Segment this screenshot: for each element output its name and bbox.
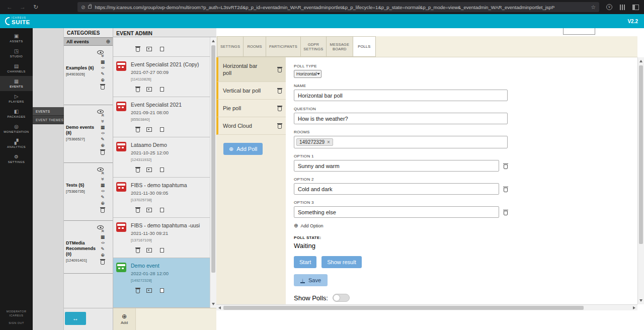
save-button[interactable]: ↓ Save <box>294 274 328 286</box>
event-list-item[interactable]: FIBS - demo tapahtuma -uusi 2021-11-30 0… <box>113 218 210 258</box>
show-polls-toggle[interactable] <box>333 294 350 302</box>
event-image-icon[interactable] <box>146 248 152 253</box>
rooms-input[interactable]: 149272329 × <box>294 136 508 148</box>
delete-event-icon[interactable] <box>136 88 140 92</box>
pocket-icon[interactable]: ∨ <box>606 4 612 10</box>
poll-question-input[interactable] <box>294 113 508 124</box>
refresh-button[interactable]: ↻ <box>31 4 40 11</box>
delete-category-icon[interactable] <box>101 208 105 213</box>
event-list-item[interactable]: Lataamo Demo 2021-10-25 12:00 [124311932… <box>113 137 210 178</box>
calendar-icon[interactable]: ▦ <box>101 59 105 64</box>
poll-item-vertical[interactable]: Vertical bar poll <box>216 82 286 100</box>
event-image-icon[interactable] <box>146 288 152 293</box>
delete-poll-icon[interactable] <box>278 124 282 129</box>
event-list-item[interactable]: Event Specialist 2021 2021-09-21 08:00 [… <box>113 97 210 137</box>
edit-icon[interactable]: ✎ <box>101 137 105 142</box>
delete-poll-icon[interactable] <box>278 89 282 94</box>
delete-category-icon[interactable] <box>101 85 105 90</box>
edit-icon[interactable]: ✎ <box>101 71 105 76</box>
event-image-icon[interactable] <box>146 47 152 51</box>
sidebar-item-studio[interactable]: ◳ STUDIO <box>0 46 33 61</box>
sidebar-item-monetization[interactable]: ◎ MONETIZATION <box>0 121 33 136</box>
category-block-demo-events[interactable]: Demo events (8) [75366527] « « ▦ <> ✎ ⊕ <box>64 105 113 163</box>
poll-item-horizontal[interactable]: Horizontal bar poll <box>216 57 286 82</box>
delete-event-icon[interactable] <box>136 168 140 173</box>
tracking-protection-icon[interactable]: ⊘ <box>81 5 85 10</box>
scrollbar-thumb[interactable] <box>639 65 643 244</box>
calendar-icon[interactable]: ▦ <box>101 234 105 239</box>
category-block-dtmedia[interactable]: DTMedia Recommends (0) [124091401] « ▦ <… <box>64 221 113 274</box>
event-image-icon[interactable] <box>146 127 152 132</box>
app-logo[interactable]: ICAREUS SUITE <box>5 17 30 25</box>
copy-event-icon[interactable] <box>160 288 164 293</box>
move-down-icon[interactable]: « <box>101 53 104 58</box>
embed-code-icon[interactable]: <> <box>101 240 104 245</box>
library-icon[interactable] <box>619 5 625 10</box>
delete-option-icon[interactable] <box>504 164 508 169</box>
move-down-icon[interactable]: « <box>101 119 104 124</box>
category-all-events[interactable]: All events ⊕ <box>64 37 113 46</box>
event-list-item-selected[interactable]: Demo event 2022-01-28 12:00 [149272328] <box>113 258 210 308</box>
delete-category-icon[interactable] <box>101 150 105 155</box>
visibility-icon[interactable] <box>97 225 104 229</box>
scroll-up-arrow[interactable] <box>212 40 215 42</box>
delete-poll-icon[interactable] <box>278 107 282 111</box>
embed-code-icon[interactable]: <> <box>101 189 104 194</box>
move-up-icon[interactable]: « <box>101 171 104 176</box>
option-2-input[interactable] <box>294 183 499 195</box>
delete-option-icon[interactable] <box>504 188 508 192</box>
delete-event-icon[interactable] <box>136 289 140 293</box>
delete-poll-icon[interactable] <box>278 68 282 72</box>
tab-gdpr-settings[interactable]: GDPR SETTINGS <box>300 36 327 57</box>
tab-polls[interactable]: POLLS <box>353 36 376 57</box>
visibility-icon[interactable] <box>97 110 104 114</box>
delete-event-icon[interactable] <box>136 128 140 132</box>
event-list-item[interactable]: FIBS - demo tapahtuma 2021-11-30 09:05 [… <box>113 178 210 218</box>
back-button[interactable]: ← <box>5 4 14 11</box>
visibility-icon[interactable] <box>97 168 104 172</box>
poll-item-pie[interactable]: Pie poll <box>216 100 286 117</box>
scroll-left-arrow[interactable] <box>218 306 221 309</box>
add-event-button[interactable]: ⊕ Add <box>113 308 136 330</box>
add-poll-button[interactable]: ⊕ Add Poll <box>223 143 263 155</box>
scrollbar-thumb[interactable] <box>223 306 584 310</box>
scroll-down-arrow[interactable] <box>639 299 642 302</box>
option-1-input[interactable] <box>294 160 499 172</box>
delete-event-icon[interactable] <box>136 47 140 52</box>
start-button[interactable]: Start <box>294 256 316 268</box>
sidebar-item-analytics[interactable]: ▞ ANALYTICS <box>0 136 33 151</box>
sidebar-item-players[interactable]: ▷ PLAYERS <box>0 91 33 106</box>
add-subcategory-icon[interactable]: ⊕ <box>101 253 105 258</box>
option-3-input[interactable] <box>294 206 499 218</box>
sidebar-item-assets[interactable]: ▣ ASSETS <box>0 31 33 46</box>
embed-code-icon[interactable]: <> <box>101 131 104 136</box>
sign-out-link[interactable]: SIGN OUT <box>0 321 33 325</box>
category-block-examples[interactable]: Examples (6) [64903026] « ▦ <> ✎ ⊕ <box>64 46 113 105</box>
tab-settings[interactable]: SETTINGS <box>217 36 244 57</box>
tab-message-board[interactable]: MESSAGE BOARD <box>326 36 353 57</box>
expand-panel-button[interactable]: ↔ <box>65 312 86 325</box>
category-block-tests[interactable]: Tests (5) [75366735] « « ▦ <> ✎ ⊕ <box>64 163 113 221</box>
partially-scrolled-input[interactable] <box>563 28 595 35</box>
sidebar-item-packages[interactable]: ◧ PACKAGES <box>0 106 33 121</box>
event-image-icon[interactable] <box>146 168 152 172</box>
copy-event-icon[interactable] <box>160 127 164 132</box>
add-category-icon[interactable]: ⊕ <box>106 39 110 44</box>
event-list-scrollbar[interactable] <box>210 37 216 308</box>
tab-rooms[interactable]: ROOMS <box>243 36 266 57</box>
horizontal-scrollbar[interactable] <box>216 304 637 310</box>
calendar-icon[interactable]: ▦ <box>101 183 105 188</box>
move-down-icon[interactable]: « <box>101 177 104 182</box>
move-up-icon[interactable]: « <box>101 228 104 233</box>
scroll-right-arrow[interactable] <box>633 306 635 309</box>
edit-icon[interactable]: ✎ <box>101 195 105 200</box>
add-option-button[interactable]: ⊕ Add Option <box>294 223 637 228</box>
delete-event-icon[interactable] <box>136 208 140 213</box>
copy-event-icon[interactable] <box>160 168 164 172</box>
sidebar-item-settings[interactable]: ⚙ SETTINGS <box>0 151 33 167</box>
embed-code-icon[interactable]: <> <box>101 65 104 70</box>
event-list-item-partial[interactable] <box>113 37 210 57</box>
bookmark-star-icon[interactable]: ☆ <box>591 4 596 11</box>
copy-event-icon[interactable] <box>160 208 164 212</box>
delete-option-icon[interactable] <box>504 211 508 215</box>
